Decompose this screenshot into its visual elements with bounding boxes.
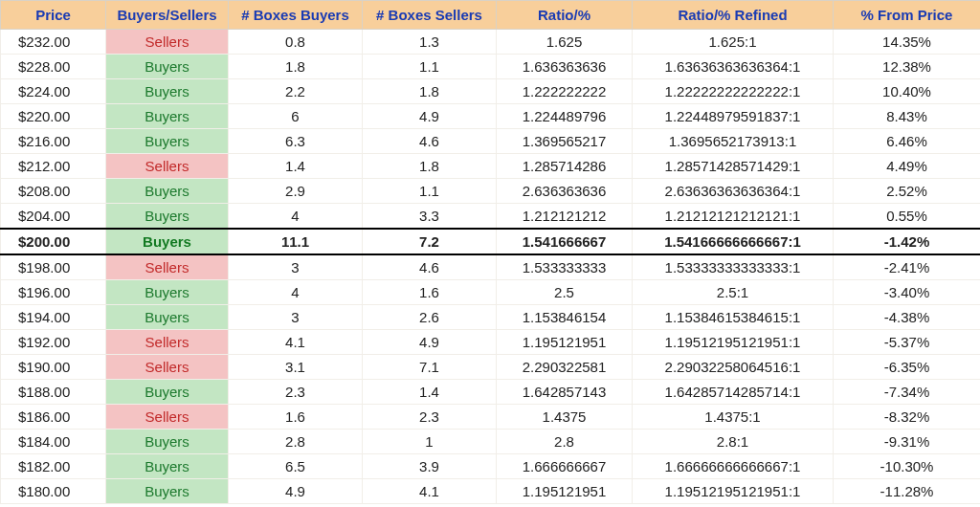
cell-ratio-refined: 1.19512195121951:1 [633, 330, 834, 355]
table-row[interactable]: $196.00Buyers41.62.52.5:1-3.40% [1, 280, 981, 305]
cell-boxes-sellers: 1.1 [363, 55, 497, 79]
cell-boxes-sellers: 1.8 [363, 154, 497, 179]
cell-price: $184.00 [1, 430, 106, 454]
cell-from-price: -11.28% [834, 479, 981, 504]
cell-from-price: -9.31% [834, 430, 981, 454]
cell-boxes-sellers: 1.1 [363, 179, 497, 204]
cell-boxes-buyers: 6.5 [229, 454, 363, 479]
cell-price: $208.00 [1, 179, 106, 204]
cell-boxes-buyers: 6.3 [229, 129, 363, 154]
cell-boxes-sellers: 1.3 [363, 30, 497, 55]
cell-side: Buyers [106, 129, 229, 154]
table-row[interactable]: $198.00Sellers34.61.5333333331.533333333… [1, 254, 981, 280]
table-row[interactable]: $220.00Buyers64.91.2244897961.2244897959… [1, 104, 981, 129]
table-row[interactable]: $200.00Buyers11.17.21.5416666671.5416666… [1, 229, 981, 254]
cell-ratio-refined: 2.5:1 [633, 280, 834, 305]
header-boxes-sellers[interactable]: # Boxes Sellers [363, 1, 497, 30]
cell-boxes-buyers: 11.1 [229, 229, 363, 254]
cell-ratio: 1.285714286 [497, 154, 633, 179]
cell-boxes-buyers: 2.9 [229, 179, 363, 204]
cell-ratio-refined: 1.22222222222222:1 [633, 79, 834, 104]
cell-ratio-refined: 1.21212121212121:1 [633, 204, 834, 230]
cell-from-price: -7.34% [834, 380, 981, 405]
table-row[interactable]: $190.00Sellers3.17.12.2903225812.2903225… [1, 355, 981, 380]
cell-side: Buyers [106, 305, 229, 330]
cell-ratio: 1.541666667 [497, 229, 633, 254]
header-boxes-buyers[interactable]: # Boxes Buyers [229, 1, 363, 30]
cell-ratio-refined: 1.66666666666667:1 [633, 454, 834, 479]
header-buyers-sellers[interactable]: Buyers/Sellers [106, 1, 229, 30]
cell-side: Sellers [106, 330, 229, 355]
cell-ratio: 2.636363636 [497, 179, 633, 204]
table-row[interactable]: $180.00Buyers4.94.11.1951219511.19512195… [1, 479, 981, 504]
cell-boxes-buyers: 1.8 [229, 55, 363, 79]
table-row[interactable]: $204.00Buyers43.31.2121212121.2121212121… [1, 204, 981, 230]
cell-ratio-refined: 2.63636363636364:1 [633, 179, 834, 204]
cell-boxes-buyers: 2.3 [229, 380, 363, 405]
cell-from-price: 8.43% [834, 104, 981, 129]
header-from-price[interactable]: % From Price [834, 1, 981, 30]
cell-boxes-sellers: 1.6 [363, 280, 497, 305]
cell-ratio: 1.212121212 [497, 204, 633, 230]
cell-ratio-refined: 1.22448979591837:1 [633, 104, 834, 129]
cell-price: $188.00 [1, 380, 106, 405]
table-row[interactable]: $192.00Sellers4.14.91.1951219511.1951219… [1, 330, 981, 355]
cell-boxes-sellers: 4.1 [363, 479, 497, 504]
cell-boxes-buyers: 3 [229, 254, 363, 280]
table-row[interactable]: $186.00Sellers1.62.31.43751.4375:1-8.32% [1, 405, 981, 430]
price-table: Price Buyers/Sellers # Boxes Buyers # Bo… [0, 0, 980, 504]
cell-price: $182.00 [1, 454, 106, 479]
table-body: $232.00Sellers0.81.31.6251.625:114.35%$2… [1, 30, 981, 504]
cell-price: $204.00 [1, 204, 106, 230]
cell-boxes-sellers: 7.1 [363, 355, 497, 380]
table-row[interactable]: $188.00Buyers2.31.41.6428571431.64285714… [1, 380, 981, 405]
table-row[interactable]: $208.00Buyers2.91.12.6363636362.63636363… [1, 179, 981, 204]
table-row[interactable]: $224.00Buyers2.21.81.2222222221.22222222… [1, 79, 981, 104]
cell-ratio: 1.224489796 [497, 104, 633, 129]
cell-boxes-buyers: 4 [229, 204, 363, 230]
cell-side: Sellers [106, 254, 229, 280]
table-row[interactable]: $184.00Buyers2.812.82.8:1-9.31% [1, 430, 981, 454]
cell-ratio-refined: 1.64285714285714:1 [633, 380, 834, 405]
cell-side: Buyers [106, 55, 229, 79]
header-ratio[interactable]: Ratio/% [497, 1, 633, 30]
cell-boxes-buyers: 6 [229, 104, 363, 129]
cell-from-price: 4.49% [834, 154, 981, 179]
cell-from-price: 10.40% [834, 79, 981, 104]
cell-price: $220.00 [1, 104, 106, 129]
cell-boxes-sellers: 3.9 [363, 454, 497, 479]
cell-price: $224.00 [1, 79, 106, 104]
cell-side: Buyers [106, 79, 229, 104]
cell-price: $190.00 [1, 355, 106, 380]
cell-side: Buyers [106, 179, 229, 204]
cell-boxes-sellers: 4.6 [363, 129, 497, 154]
cell-ratio-refined: 2.29032258064516:1 [633, 355, 834, 380]
cell-side: Sellers [106, 405, 229, 430]
cell-side: Buyers [106, 454, 229, 479]
table-row[interactable]: $182.00Buyers6.53.91.6666666671.66666666… [1, 454, 981, 479]
cell-ratio-refined: 2.8:1 [633, 430, 834, 454]
cell-side: Buyers [106, 430, 229, 454]
cell-ratio-refined: 1.53333333333333:1 [633, 254, 834, 280]
table-row[interactable]: $212.00Sellers1.41.81.2857142861.2857142… [1, 154, 981, 179]
cell-price: $200.00 [1, 229, 106, 254]
table-row[interactable]: $194.00Buyers32.61.1538461541.1538461538… [1, 305, 981, 330]
cell-price: $216.00 [1, 129, 106, 154]
cell-ratio-refined: 1.625:1 [633, 30, 834, 55]
table-row[interactable]: $216.00Buyers6.34.61.3695652171.36956521… [1, 129, 981, 154]
cell-boxes-sellers: 1 [363, 430, 497, 454]
cell-ratio-refined: 1.19512195121951:1 [633, 479, 834, 504]
table-row[interactable]: $232.00Sellers0.81.31.6251.625:114.35% [1, 30, 981, 55]
cell-from-price: -3.40% [834, 280, 981, 305]
cell-boxes-buyers: 3 [229, 305, 363, 330]
header-price[interactable]: Price [1, 1, 106, 30]
cell-boxes-buyers: 4.1 [229, 330, 363, 355]
table-row[interactable]: $228.00Buyers1.81.11.6363636361.63636363… [1, 55, 981, 79]
cell-boxes-sellers: 7.2 [363, 229, 497, 254]
cell-ratio-refined: 1.15384615384615:1 [633, 305, 834, 330]
cell-price: $196.00 [1, 280, 106, 305]
cell-side: Buyers [106, 204, 229, 230]
cell-ratio: 1.625 [497, 30, 633, 55]
cell-side: Sellers [106, 30, 229, 55]
header-ratio-refined[interactable]: Ratio/% Refined [633, 1, 834, 30]
